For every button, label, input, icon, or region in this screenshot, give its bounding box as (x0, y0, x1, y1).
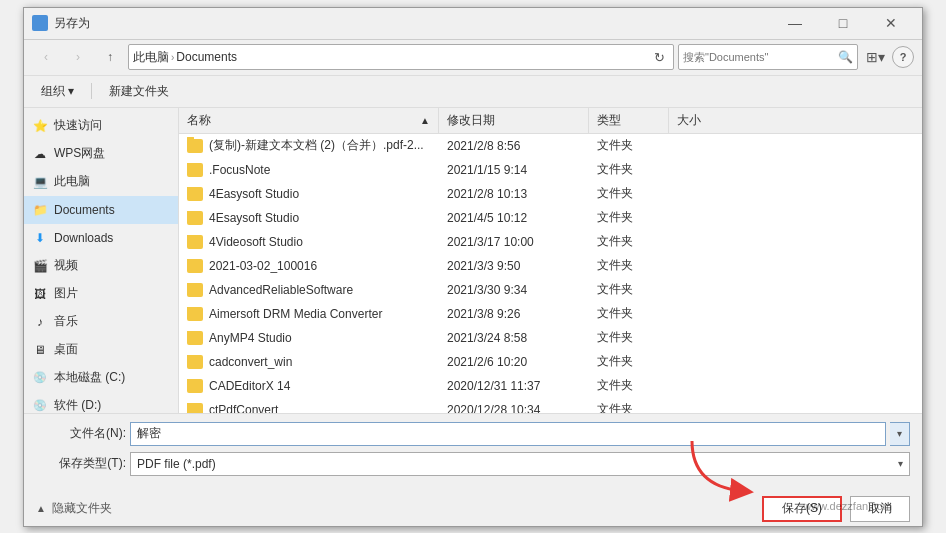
refresh-button[interactable]: ↻ (649, 47, 669, 67)
table-row[interactable]: ctPdfConvert 2020/12/28 10:34 文件夹 (179, 398, 922, 413)
sidebar-item-this-pc[interactable]: 💻 此电脑 (24, 168, 178, 196)
filetype-label: 保存类型(T): (36, 455, 126, 472)
sidebar-label-videos: 视频 (54, 257, 78, 274)
file-name-cell: .FocusNote (179, 163, 439, 177)
file-date-cell: 2021/2/8 8:56 (439, 139, 589, 153)
file-name-cell: 4Videosoft Studio (179, 235, 439, 249)
bottom-form-area: 文件名(N): ▾ 保存类型(T): PDF file (*.pdf) ▾ (24, 413, 922, 490)
sidebar-item-software-d[interactable]: 💿 软件 (D:) (24, 392, 178, 413)
col-type: 类型 (589, 108, 669, 133)
table-row[interactable]: 4Esaysoft Studio 2021/4/5 10:12 文件夹 (179, 206, 922, 230)
table-row[interactable]: cadconvert_win 2021/2/6 10:20 文件夹 (179, 350, 922, 374)
sidebar-label-documents: Documents (54, 203, 115, 217)
folder-icon (187, 211, 203, 225)
organize-button[interactable]: 组织 ▾ (32, 79, 83, 103)
search-input[interactable] (683, 51, 834, 63)
downloads-icon: ⬇ (32, 230, 48, 246)
sidebar-item-videos[interactable]: 🎬 视频 (24, 252, 178, 280)
folder-icon (187, 403, 203, 413)
file-type-cell: 文件夹 (589, 377, 669, 394)
file-type-cell: 文件夹 (589, 353, 669, 370)
sidebar-label-wps-cloud: WPS网盘 (54, 145, 105, 162)
close-button[interactable]: ✕ (868, 9, 914, 37)
file-name-cell: (复制)-新建文本文档 (2)（合并）.pdf-2... (179, 137, 439, 154)
file-type-cell: 文件夹 (589, 137, 669, 154)
file-name-cell: 2021-03-02_100016 (179, 259, 439, 273)
file-date-cell: 2021/3/24 8:58 (439, 331, 589, 345)
hide-folders-icon: ▲ (36, 503, 46, 514)
search-box[interactable]: 🔍 (678, 44, 858, 70)
file-date-cell: 2021/1/15 9:14 (439, 163, 589, 177)
table-row[interactable]: Aimersoft DRM Media Converter 2021/3/8 9… (179, 302, 922, 326)
back-button[interactable]: ‹ (32, 44, 60, 70)
file-type-cell: 文件夹 (589, 161, 669, 178)
forward-button[interactable]: › (64, 44, 92, 70)
breadcrumb-pc: 此电脑 (133, 49, 169, 66)
table-row[interactable]: 2021-03-02_100016 2021/3/3 9:50 文件夹 (179, 254, 922, 278)
file-name-cell: AdvancedReliableSoftware (179, 283, 439, 297)
file-header: 名称 ▲ 修改日期 类型 大小 (179, 108, 922, 134)
sidebar-item-downloads[interactable]: ⬇ Downloads (24, 224, 178, 252)
music-icon: ♪ (32, 314, 48, 330)
breadcrumb: 此电脑 › Documents (133, 49, 645, 66)
filename-label: 文件名(N): (36, 425, 126, 442)
file-date-cell: 2021/2/6 10:20 (439, 355, 589, 369)
maximize-button[interactable]: □ (820, 9, 866, 37)
file-name-cell: AnyMP4 Studio (179, 331, 439, 345)
file-list: (复制)-新建文本文档 (2)（合并）.pdf-2... 2021/2/8 8:… (179, 134, 922, 413)
sidebar-item-documents[interactable]: 📁 Documents (24, 196, 178, 224)
hide-folders-toggle[interactable]: ▲ 隐藏文件夹 (36, 500, 112, 517)
breadcrumb-sep1: › (171, 52, 174, 63)
address-bar[interactable]: 此电脑 › Documents ↻ (128, 44, 674, 70)
folder-icon (187, 235, 203, 249)
filetype-select[interactable]: PDF file (*.pdf) ▾ (130, 452, 910, 476)
folder-icon (187, 259, 203, 273)
table-row[interactable]: 4Videosoft Studio 2021/3/17 10:00 文件夹 (179, 230, 922, 254)
sidebar-item-pictures[interactable]: 🖼 图片 (24, 280, 178, 308)
file-name-cell: ctPdfConvert (179, 403, 439, 413)
table-row[interactable]: CADEditorX 14 2020/12/31 11:37 文件夹 (179, 374, 922, 398)
watermark: www.dezzfan.com (803, 500, 892, 512)
folder-icon (187, 283, 203, 297)
table-row[interactable]: 4Easysoft Studio 2021/2/8 10:13 文件夹 (179, 182, 922, 206)
sidebar-item-local-c[interactable]: 💿 本地磁盘 (C:) (24, 364, 178, 392)
folder-icon (187, 163, 203, 177)
filename-dropdown[interactable]: ▾ (890, 422, 910, 446)
dialog-title: 另存为 (54, 15, 90, 32)
sidebar: ⭐ 快速访问 ☁ WPS网盘 💻 此电脑 📁 Documents ⬇ Downl… (24, 108, 179, 413)
filetype-value: PDF file (*.pdf) (137, 457, 216, 471)
documents-icon: 📁 (32, 202, 48, 218)
folder-icon (187, 139, 203, 153)
filename-input[interactable] (130, 422, 886, 446)
new-folder-label: 新建文件夹 (109, 83, 169, 100)
folder-icon (187, 379, 203, 393)
sidebar-item-music[interactable]: ♪ 音乐 (24, 308, 178, 336)
sidebar-item-quick-access[interactable]: ⭐ 快速访问 (24, 112, 178, 140)
file-date-cell: 2020/12/31 11:37 (439, 379, 589, 393)
new-folder-button[interactable]: 新建文件夹 (100, 79, 178, 103)
table-row[interactable]: .FocusNote 2021/1/15 9:14 文件夹 (179, 158, 922, 182)
main-content: ⭐ 快速访问 ☁ WPS网盘 💻 此电脑 📁 Documents ⬇ Downl… (24, 108, 922, 413)
videos-icon: 🎬 (32, 258, 48, 274)
file-date-cell: 2021/3/17 10:00 (439, 235, 589, 249)
help-button[interactable]: ? (892, 46, 914, 68)
file-date-cell: 2021/3/3 9:50 (439, 259, 589, 273)
file-type-cell: 文件夹 (589, 209, 669, 226)
sidebar-item-desktop[interactable]: 🖥 桌面 (24, 336, 178, 364)
sidebar-item-wps-cloud[interactable]: ☁ WPS网盘 (24, 140, 178, 168)
minimize-button[interactable]: — (772, 9, 818, 37)
software-d-icon: 💿 (32, 398, 48, 413)
file-name-cell: CADEditorX 14 (179, 379, 439, 393)
table-row[interactable]: (复制)-新建文本文档 (2)（合并）.pdf-2... 2021/2/8 8:… (179, 134, 922, 158)
view-options-button[interactable]: ⊞▾ (862, 44, 888, 70)
file-type-cell: 文件夹 (589, 185, 669, 202)
sidebar-label-pictures: 图片 (54, 285, 78, 302)
file-name-cell: cadconvert_win (179, 355, 439, 369)
table-row[interactable]: AdvancedReliableSoftware 2021/3/30 9:34 … (179, 278, 922, 302)
table-row[interactable]: AnyMP4 Studio 2021/3/24 8:58 文件夹 (179, 326, 922, 350)
file-type-cell: 文件夹 (589, 233, 669, 250)
address-toolbar: ‹ › ↑ 此电脑 › Documents ↻ 🔍 ⊞▾ ? (24, 40, 922, 76)
file-type-cell: 文件夹 (589, 329, 669, 346)
up-button[interactable]: ↑ (96, 44, 124, 70)
sidebar-label-desktop: 桌面 (54, 341, 78, 358)
